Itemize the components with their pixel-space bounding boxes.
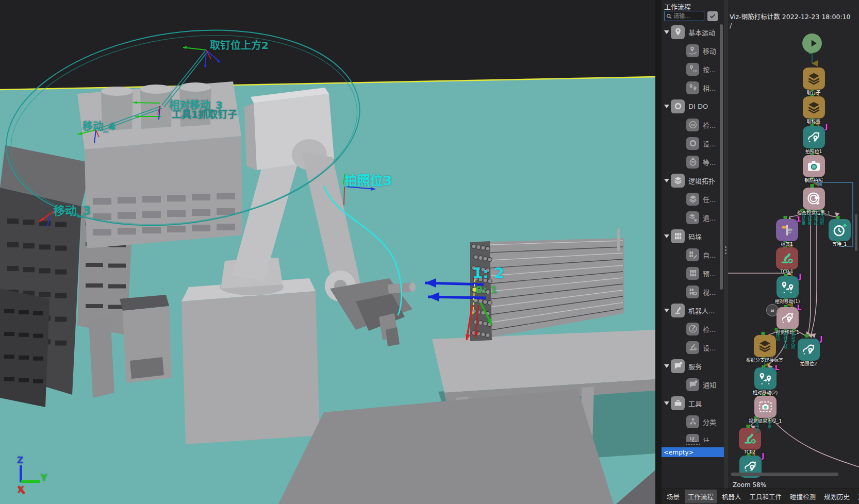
tree-item-6[interactable]: 设... bbox=[662, 135, 724, 152]
panel-splitter[interactable] bbox=[724, 0, 728, 489]
layers-icon bbox=[686, 193, 699, 206]
tree-item-1[interactable]: 移动 bbox=[662, 42, 724, 59]
flow-node-4[interactable]: 检查视觉结果_1 bbox=[803, 188, 825, 210]
collapse-arrow-icon[interactable] bbox=[664, 309, 669, 315]
tree-item-13[interactable]: 预... bbox=[662, 265, 724, 281]
tree-item-20[interactable]: 工具 bbox=[662, 395, 724, 411]
tab-5[interactable]: 规划历史 bbox=[821, 490, 853, 503]
collapse-arrow-icon[interactable] bbox=[664, 234, 669, 241]
port-label: 规划失败 bbox=[782, 332, 787, 349]
flow-node-13[interactable]: 视觉结果用尽_1 bbox=[754, 396, 777, 418]
tab-1[interactable]: 工作流程 bbox=[685, 490, 717, 503]
tree-item-label: 按... bbox=[703, 64, 716, 74]
collapse-arrow-icon[interactable] bbox=[664, 30, 669, 37]
vision-move-icon bbox=[801, 342, 816, 357]
graph-vscrollbar[interactable] bbox=[855, 214, 857, 251]
flow-node-3[interactable]: 钢筋拍照 bbox=[803, 155, 825, 177]
camera-check-icon bbox=[806, 191, 821, 206]
selected-step-field[interactable]: <empty> bbox=[662, 447, 724, 457]
flow-node-11[interactable]: J拍照位2 bbox=[798, 339, 820, 361]
tree-item-2[interactable]: 按... bbox=[662, 61, 724, 77]
robot-icon bbox=[671, 304, 685, 317]
sidebar-splitter[interactable] bbox=[662, 442, 724, 446]
port-label: 未用尽 bbox=[754, 421, 759, 433]
tree-item-12[interactable]: 自... bbox=[662, 246, 724, 263]
tree-item-9[interactable]: 任... bbox=[662, 191, 724, 207]
tree-item-11[interactable]: 码垛 bbox=[662, 228, 724, 244]
tree-item-21[interactable]: 分类 bbox=[662, 413, 724, 430]
flow-node-2[interactable]: J拍照位1 bbox=[803, 126, 825, 148]
tree-item-0[interactable]: 基本运动 bbox=[662, 24, 724, 40]
tab-0[interactable]: 场景 bbox=[664, 490, 683, 503]
toolbox-icon bbox=[671, 396, 685, 410]
collapse-arrow-icon[interactable] bbox=[664, 401, 669, 408]
tree-item-10[interactable]: 退... bbox=[662, 209, 724, 226]
flow-node-10[interactable]: 根据分支焊接标签 bbox=[754, 335, 776, 357]
node-label: 取钉子 bbox=[806, 89, 820, 96]
pin-grid-icon bbox=[686, 63, 699, 76]
port-label: 无结果 bbox=[806, 213, 812, 225]
play-icon bbox=[807, 38, 819, 49]
tree-scrollbar[interactable] bbox=[720, 24, 723, 290]
tree-item-3[interactable]: 相... bbox=[662, 79, 724, 96]
pallet-cam-icon bbox=[686, 285, 699, 298]
tab-6[interactable]: 其他 bbox=[855, 490, 859, 503]
camera-icon bbox=[806, 159, 821, 174]
graph-hscrollbar[interactable] bbox=[731, 473, 838, 476]
tree-item-label: 检... bbox=[703, 324, 716, 334]
collapse-arrow-icon[interactable] bbox=[664, 179, 669, 185]
node-badge: J bbox=[762, 451, 764, 460]
flow-node-8[interactable]: J相对移动(1) bbox=[777, 276, 799, 298]
node-badge: L bbox=[775, 363, 780, 372]
node-label: 拍照位1 bbox=[805, 148, 822, 155]
port-label: 成功 bbox=[774, 332, 780, 341]
tab-4[interactable]: 碰撞检测 bbox=[787, 490, 819, 503]
search-input[interactable] bbox=[672, 12, 703, 20]
pin-icon bbox=[671, 25, 685, 39]
vision-move-icon bbox=[780, 311, 795, 326]
tree-item-label: 预... bbox=[703, 268, 716, 278]
mini-di-node[interactable]: DI bbox=[766, 304, 779, 316]
flow-node-6[interactable]: 等待_1 bbox=[829, 219, 851, 241]
tree-item-18[interactable]: 服务 bbox=[662, 358, 724, 374]
flow-node-12[interactable]: L相对移动(2) bbox=[754, 367, 777, 390]
tree-item-7[interactable]: 等... bbox=[662, 154, 724, 170]
tree-item-15[interactable]: 机器人... bbox=[662, 302, 724, 318]
move-rel-icon bbox=[758, 371, 773, 386]
tree-item-14[interactable]: 视... bbox=[662, 283, 724, 300]
collapse-arrow-icon[interactable] bbox=[664, 105, 669, 111]
flow-node-9[interactable]: L视觉移动_1 bbox=[777, 307, 799, 329]
tab-2[interactable]: 机器人 bbox=[719, 490, 745, 503]
tree-item-label: 分类 bbox=[703, 417, 716, 427]
workflow-title: Viz-钢筋打标计数 2022-12-23 18:00:10 bbox=[730, 11, 851, 21]
tree-item-label: 计... bbox=[703, 435, 716, 443]
flow-node-7[interactable]: TCP 1 bbox=[776, 247, 798, 270]
search-filter-checkbox[interactable] bbox=[707, 11, 718, 21]
robot-gear-icon bbox=[780, 251, 795, 266]
tree-item-17[interactable]: 设... bbox=[662, 339, 724, 356]
tree-item-4[interactable]: DI DO bbox=[662, 98, 724, 114]
run-workflow-button[interactable] bbox=[802, 33, 822, 53]
node-badge: J bbox=[820, 334, 822, 343]
flow-node-5[interactable]: 1标签1 bbox=[776, 219, 798, 241]
tab-3[interactable]: 工具和工件 bbox=[747, 490, 785, 503]
port-label: 有结果 bbox=[800, 213, 805, 225]
graph-zoom-level: Zoom 58% bbox=[733, 481, 766, 489]
flow-node-0[interactable]: 取钉子 bbox=[803, 68, 825, 90]
viewport-scrollbar[interactable] bbox=[617, 228, 620, 251]
tree-item-16[interactable]: 检... bbox=[662, 321, 724, 337]
tree-item-19[interactable]: 通知 bbox=[662, 376, 724, 393]
collapse-arrow-icon[interactable] bbox=[664, 364, 669, 371]
check-icon bbox=[709, 12, 716, 20]
pallet-icon bbox=[686, 267, 699, 280]
flow-node-1[interactable]: 取标签 bbox=[803, 96, 825, 119]
search-icon bbox=[666, 13, 672, 20]
tree-item-8[interactable]: 逻辑拓扑 bbox=[662, 172, 724, 189]
tree-item-5[interactable]: 检... bbox=[662, 116, 724, 133]
layers-out-icon bbox=[686, 211, 699, 224]
di-clock-icon bbox=[686, 156, 699, 169]
viewport-3d[interactable]: 取钉位上方2相对移动_3工具1抓取钉子移动_4移动_3拍照位31: 20: 1 … bbox=[0, 0, 655, 504]
search-box[interactable] bbox=[664, 11, 704, 21]
tree-item-22[interactable]: 计... bbox=[662, 432, 724, 442]
scene-canvas bbox=[0, 0, 655, 504]
